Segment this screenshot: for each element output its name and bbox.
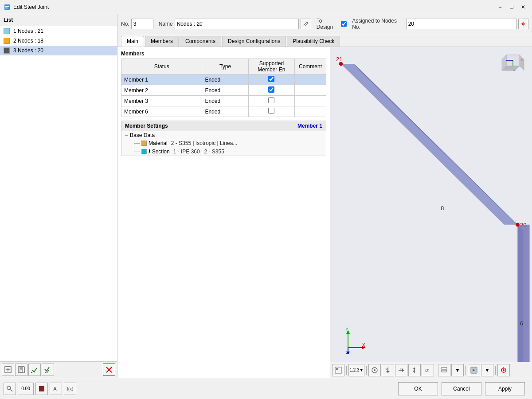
maximize-button[interactable]: □ <box>506 2 517 12</box>
member-comment-4 <box>295 106 326 117</box>
member-comment-2 <box>295 85 326 96</box>
tree-base-data-row[interactable]: ─ Base Data <box>121 131 326 139</box>
member-type-4: Ended <box>202 106 248 117</box>
display-button[interactable] <box>368 364 381 376</box>
tree-material-row: ├─ Material 2 - S355 | Isotropic | Linea… <box>129 139 326 147</box>
item-color-3 <box>4 47 10 54</box>
node-21-marker <box>339 62 343 66</box>
tab-components[interactable]: Components <box>180 36 221 47</box>
assigned-input[interactable] <box>406 19 516 29</box>
tz-button[interactable]: tZ <box>422 364 434 376</box>
material-label: Material <box>149 140 168 146</box>
svg-rect-1 <box>5 6 9 7</box>
member-supported-1[interactable] <box>248 74 294 85</box>
member-supported-3[interactable] <box>248 96 294 106</box>
node-20-marker <box>516 223 520 227</box>
name-input[interactable] <box>175 19 299 29</box>
svg-text:X: X <box>399 367 402 371</box>
member-status-2: Member 2 <box>121 85 202 96</box>
layer-button[interactable] <box>438 364 450 376</box>
node-label-6: 6 <box>520 320 523 327</box>
col-header-comment: Comment <box>295 59 326 74</box>
table-row[interactable]: Member 6 Ended <box>121 106 326 117</box>
layer-dropdown-button[interactable]: ▼ <box>451 364 464 376</box>
node-label-21: 21 <box>336 56 342 63</box>
close-button[interactable]: ✕ <box>518 2 528 12</box>
tab-plausibility-check[interactable]: Plausibility Check <box>287 36 340 47</box>
no-group: No. <box>121 19 153 29</box>
item-color-2 <box>4 38 10 44</box>
check-button[interactable] <box>28 364 41 376</box>
tabs-bar: Main Members Components Design Configura… <box>117 34 532 47</box>
tab-left-panel: Members Status Type Supported Member En … <box>117 47 330 378</box>
arrow-down-button[interactable]: Y <box>382 364 394 376</box>
item-label-1: 1 Nodes : 21 <box>13 28 43 34</box>
material-color-swatch <box>141 141 147 146</box>
list-item[interactable]: 1 Nodes : 21 <box>0 26 117 36</box>
z-button[interactable]: Z <box>408 364 421 376</box>
action-buttons: OK Cancel Apply <box>398 382 528 395</box>
search-bottom-button[interactable] <box>4 383 16 395</box>
apply-button[interactable]: Apply <box>485 382 525 395</box>
svg-rect-52 <box>442 370 447 372</box>
value-bottom-button[interactable]: 0.00 <box>18 383 34 395</box>
list-header: List <box>0 14 117 26</box>
name-group: Name <box>159 19 311 29</box>
bottom-tools: 0.00 A f(x) <box>4 383 398 395</box>
svg-text:Z: Z <box>345 351 348 354</box>
tab-members[interactable]: Members <box>145 36 179 47</box>
table-row[interactable]: Member 3 Ended <box>121 96 326 106</box>
base-data-label: Base Data <box>130 132 155 138</box>
save-joint-button[interactable] <box>15 364 27 376</box>
list-item[interactable]: 2 Nodes : 18 <box>0 36 117 46</box>
tab-main[interactable]: Main <box>121 36 144 47</box>
view-toolbar: 1.2.3 ▼ Y X <box>330 362 532 378</box>
members-header: Members <box>121 51 326 57</box>
color-bottom-button[interactable] <box>35 383 48 395</box>
name-edit-button[interactable] <box>301 19 311 29</box>
delete-button[interactable] <box>103 364 115 376</box>
table-row[interactable]: Member 1 Ended <box>121 74 326 85</box>
svg-point-56 <box>503 369 505 371</box>
window-controls: − □ ✕ <box>495 2 528 12</box>
node-label-8: 8 <box>441 205 444 211</box>
text-bottom-button[interactable]: A <box>50 383 62 395</box>
member-supported-4[interactable] <box>248 106 294 117</box>
target-button[interactable] <box>497 364 510 376</box>
svg-marker-26 <box>354 64 523 231</box>
list-item-selected[interactable]: 3 Nodes : 20 <box>0 46 117 55</box>
col-header-type: Type <box>202 59 248 74</box>
members-table: Status Type Supported Member En Comment <box>121 59 326 117</box>
formula-bottom-button[interactable]: f(x) <box>64 383 76 395</box>
table-row[interactable]: Member 2 Ended <box>121 85 326 96</box>
view-mode-button[interactable] <box>332 364 344 376</box>
title-bar: Edit Steel Joint − □ ✕ <box>0 0 532 14</box>
svg-marker-25 <box>341 64 518 225</box>
ok-button[interactable]: OK <box>398 382 438 395</box>
check2-button[interactable] <box>42 364 54 376</box>
svg-marker-46 <box>402 368 404 372</box>
svg-text:tZ: tZ <box>425 368 429 373</box>
member-settings-header: Member Settings Member 1 <box>121 121 326 131</box>
tab-design-configurations[interactable]: Design Configurations <box>222 36 286 47</box>
no-label: No. <box>121 21 129 27</box>
member-type-2: Ended <box>202 85 248 96</box>
app-icon <box>4 4 11 11</box>
member-settings-section: Member Settings Member 1 ─ Base Data ├─ … <box>121 121 326 156</box>
assigned-pick-button[interactable] <box>518 19 528 29</box>
numbering-button[interactable]: 1.2.3 ▼ <box>348 364 364 376</box>
render-dropdown-button[interactable]: ▼ <box>481 364 493 376</box>
right-panel: No. Name To Design Assigned to Nodes No. <box>117 14 532 378</box>
member-supported-2[interactable] <box>248 85 294 96</box>
no-input[interactable] <box>131 19 153 29</box>
arrow-x-button[interactable]: X <box>395 364 407 376</box>
new-joint-button[interactable] <box>2 364 14 376</box>
to-design-group: To Design <box>317 18 347 30</box>
render-button[interactable] <box>468 364 480 376</box>
minimize-button[interactable]: − <box>495 2 505 12</box>
to-design-checkbox[interactable] <box>341 21 347 27</box>
joint-list: 1 Nodes : 21 2 Nodes : 18 3 Nodes : 20 <box>0 26 117 361</box>
collapse-icon[interactable]: ─ <box>125 133 128 138</box>
section-icon: I <box>149 148 150 155</box>
cancel-button[interactable]: Cancel <box>442 382 481 395</box>
